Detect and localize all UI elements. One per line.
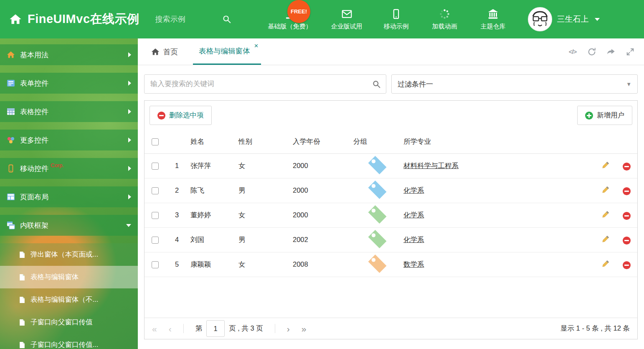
cell-gender: 男 xyxy=(236,178,291,203)
sidebar-subitem-popup-window[interactable]: 弹出窗体（本页面或... xyxy=(0,243,138,266)
frame-icon xyxy=(7,221,15,229)
table-row: 4 刘国 男 2002 化学系 xyxy=(145,227,637,252)
next-page-button[interactable]: › xyxy=(287,324,290,333)
plus-circle-icon xyxy=(585,112,593,120)
minus-circle-icon xyxy=(157,112,165,120)
cell-year: 2008 xyxy=(291,252,351,277)
sidebar-item-more-controls[interactable]: 更多控件 xyxy=(0,130,138,150)
keyword-search xyxy=(144,74,386,94)
column-header-group: 分组 xyxy=(351,130,401,153)
nav-label: 移动示例 xyxy=(384,23,409,31)
cell-name: 刘国 xyxy=(188,227,236,252)
delete-icon[interactable] xyxy=(623,237,631,245)
cell-gender: 男 xyxy=(236,227,291,252)
first-page-button[interactable]: « xyxy=(152,324,157,333)
close-icon[interactable]: × xyxy=(254,42,259,49)
sidebar-item-label: 基本用法 xyxy=(20,50,48,60)
row-index: 2 xyxy=(165,178,188,203)
tag-icon xyxy=(353,219,401,227)
sidebar-item-grid-controls[interactable]: 表格控件 xyxy=(0,101,138,122)
major-link[interactable]: 化学系 xyxy=(403,236,424,243)
cell-name: 康颖颖 xyxy=(188,252,236,277)
edit-icon[interactable] xyxy=(602,161,610,169)
page-number-input[interactable] xyxy=(206,320,225,337)
header-search-input[interactable] xyxy=(155,15,222,24)
delete-icon[interactable] xyxy=(623,187,631,195)
chevron-down-icon: ▼ xyxy=(626,81,631,87)
search-icon[interactable] xyxy=(372,80,381,89)
cell-year: 2000 xyxy=(291,153,351,178)
sidebar-item-mobile-controls[interactable]: 移动控件 Corp. xyxy=(0,158,138,179)
add-user-button[interactable]: 新增用户 xyxy=(577,106,632,125)
tab-home[interactable]: 首页 xyxy=(145,38,184,65)
major-link[interactable]: 化学系 xyxy=(403,211,424,219)
edit-icon[interactable] xyxy=(602,235,610,243)
sidebar-subitem-child-to-parent[interactable]: 子窗口向父窗口传值 xyxy=(0,311,138,334)
last-page-button[interactable]: » xyxy=(302,324,307,333)
delete-icon[interactable] xyxy=(623,261,631,269)
tag-icon xyxy=(353,269,401,276)
file-icon xyxy=(18,274,25,281)
sidebar-item-label: 更多控件 xyxy=(20,135,48,145)
row-checkbox[interactable] xyxy=(152,187,159,194)
sidebar-subitem-grid-edit-window[interactable]: 表格与编辑窗体 xyxy=(0,266,138,288)
tab-label: 首页 xyxy=(163,47,178,57)
column-header-year: 入学年份 xyxy=(291,130,351,153)
chevron-right-icon xyxy=(128,194,131,199)
keyword-search-input[interactable] xyxy=(150,80,372,88)
delete-selected-button[interactable]: 删除选中项 xyxy=(150,106,212,125)
users-table: 姓名 性别 入学年份 分组 所学专业 1 张萍萍 女 2000 xyxy=(145,130,637,277)
row-checkbox[interactable] xyxy=(152,237,159,244)
layout-icon xyxy=(7,193,15,201)
refresh-icon[interactable] xyxy=(587,47,596,56)
sidebar-subitem-grid-edit-window-2[interactable]: 表格与编辑窗体（不... xyxy=(0,288,138,311)
spinner-icon xyxy=(439,8,450,20)
row-checkbox[interactable] xyxy=(152,212,159,219)
delete-icon[interactable] xyxy=(623,212,631,220)
sidebar-item-basic-usage[interactable]: 基本用法 xyxy=(0,44,138,65)
home-icon[interactable] xyxy=(9,13,22,25)
tab-grid-edit-window[interactable]: 表格与编辑窗体 × xyxy=(193,38,261,65)
nav-item-enterprise-trial[interactable]: 企业版试用 xyxy=(331,8,363,31)
row-checkbox[interactable] xyxy=(152,163,159,170)
header-search xyxy=(155,15,243,24)
search-icon[interactable] xyxy=(222,15,231,24)
sidebar-item-form-controls[interactable]: 表单控件 xyxy=(0,73,138,94)
sidebar-subitem-child-to-parent-2[interactable]: 子窗口向父窗口传值... xyxy=(0,334,138,349)
bank-icon xyxy=(487,8,499,20)
edit-icon[interactable] xyxy=(602,210,610,218)
user-menu[interactable]: 三生石上 xyxy=(528,7,600,31)
nav-item-theme-store[interactable]: 主题仓库 xyxy=(479,8,508,31)
sidebar-item-page-layout[interactable]: 页面布局 xyxy=(0,186,138,207)
home-icon xyxy=(151,48,160,56)
main-content: 首页 表格与编辑窗体 × </> xyxy=(138,38,644,349)
expand-icon[interactable] xyxy=(626,47,635,56)
cell-gender: 女 xyxy=(236,252,291,277)
record-summary: 显示 1 - 5 条 , 共 12 条 xyxy=(560,324,630,333)
sidebar-subitem-label: 表格与编辑窗体（不... xyxy=(30,295,98,304)
share-icon[interactable] xyxy=(606,47,616,56)
grid-panel: 删除选中项 新增用户 姓名 性别 入学年份 分组 所学专业 xyxy=(144,100,638,339)
button-label: 新增用户 xyxy=(597,111,624,120)
prev-page-button[interactable]: ‹ xyxy=(169,324,172,333)
major-link[interactable]: 数学系 xyxy=(403,260,424,268)
sidebar-submenu-iframe: 弹出窗体（本页面或... 表格与编辑窗体 表格与编辑窗体（不... 子窗口向父窗… xyxy=(0,243,138,349)
delete-icon[interactable] xyxy=(623,163,631,171)
mobile-icon xyxy=(390,8,402,20)
source-code-icon[interactable]: </> xyxy=(568,47,577,56)
sidebar-item-iframe[interactable]: 内联框架 xyxy=(0,215,138,236)
nav-item-mobile-demo[interactable]: 移动示例 xyxy=(382,8,411,31)
edit-icon[interactable] xyxy=(602,186,610,194)
cell-year: 2002 xyxy=(291,227,351,252)
row-checkbox[interactable] xyxy=(152,261,159,268)
edit-icon[interactable] xyxy=(602,260,610,267)
major-link[interactable]: 材料科学与工程系 xyxy=(403,162,459,169)
divider xyxy=(275,324,275,333)
select-all-checkbox[interactable] xyxy=(152,138,159,145)
grid-toolbar: 删除选中项 新增用户 xyxy=(145,101,637,130)
filter-dropdown[interactable]: 过滤条件一 ▼ xyxy=(391,74,638,94)
major-link[interactable]: 化学系 xyxy=(403,186,424,194)
nav-item-loading-animations[interactable]: 加载动画 xyxy=(430,8,459,31)
widgets-icon xyxy=(7,136,15,144)
filter-row: 过滤条件一 ▼ xyxy=(144,74,638,94)
